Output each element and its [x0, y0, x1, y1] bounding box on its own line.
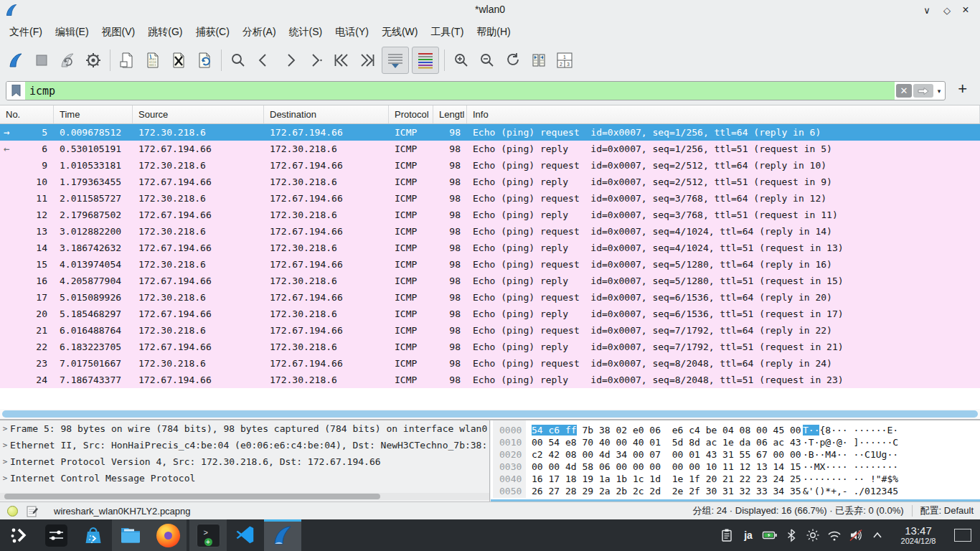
hex-row-0050[interactable]: 005026 27 28 29 2a 2b 2c 2d 2e 2f 30 31 … — [491, 485, 980, 497]
filter-clear-icon[interactable]: ✕ — [896, 84, 912, 98]
expander-icon[interactable]: > — [0, 437, 10, 453]
column-header-protocol[interactable]: Protocol — [389, 105, 433, 123]
discover-store-button[interactable] — [75, 519, 112, 551]
column-header-no[interactable]: No. — [0, 105, 54, 123]
packet-row-9[interactable]: 91.010533181172.30.218.6172.67.194.66ICM… — [0, 157, 980, 174]
hex-ascii[interactable]: ········ ·· !"#$% — [803, 473, 898, 485]
menu-item-11[interactable]: 帮助(H) — [470, 23, 517, 42]
bluetooth-icon[interactable] — [781, 519, 802, 551]
packet-row-22[interactable]: 226.183223705172.67.194.66172.30.218.6IC… — [0, 339, 980, 355]
stop-capture-icon[interactable] — [30, 49, 53, 72]
go-to-packet-icon[interactable] — [304, 49, 327, 72]
hex-ascii[interactable]: &'()*+,- ./012345 — [803, 485, 898, 497]
hex-ascii[interactable]: ·T·p@·@· ]······C — [803, 436, 898, 448]
layout-chooser-icon[interactable]: 123 — [553, 49, 576, 72]
hex-dump-pane[interactable]: 000054 c6 ff 7b 38 02 e0 06 e6 c4 be 04 … — [491, 420, 980, 501]
detail-line-4[interactable]: >Internet Control Message Protocol — [0, 470, 489, 486]
menu-item-8[interactable]: 电话(Y) — [329, 23, 375, 42]
packet-list-hscrollbar[interactable] — [0, 409, 980, 419]
battery-icon[interactable] — [759, 519, 781, 551]
volume-muted-icon[interactable] — [845, 519, 867, 551]
display-filter-input[interactable]: icmp — [25, 82, 895, 100]
packet-row-11[interactable]: 112.011585727172.30.218.6172.67.194.66IC… — [0, 190, 980, 207]
packet-row-15[interactable]: 154.013974054172.30.218.6172.67.194.66IC… — [0, 256, 980, 273]
packet-row-21[interactable]: 216.016488764172.30.218.6172.67.194.66IC… — [0, 322, 980, 339]
expand-tray-icon[interactable] — [867, 519, 888, 551]
packet-row-5[interactable]: 5→0.009678512172.30.218.6172.67.194.66IC… — [0, 124, 980, 141]
filter-apply-icon[interactable] — [913, 84, 933, 98]
zoom-reset-icon[interactable] — [501, 49, 524, 72]
packet-row-17[interactable]: 175.015089926172.30.218.6172.67.194.66IC… — [0, 289, 980, 306]
brightness-icon[interactable] — [802, 519, 824, 551]
packet-row-12[interactable]: 122.179687502172.67.194.66172.30.218.6IC… — [0, 207, 980, 223]
menu-item-3[interactable]: 视图(V) — [95, 23, 142, 42]
menu-item-5[interactable]: 捕获(C) — [189, 23, 235, 42]
colorize-button[interactable] — [412, 47, 439, 74]
packet-row-20[interactable]: 205.185468297172.67.194.66172.30.218.6IC… — [0, 306, 980, 322]
detail-line-1[interactable]: >Frame 5: 98 bytes on wire (784 bits), 9… — [0, 420, 489, 437]
go-back-icon[interactable] — [253, 49, 275, 72]
hex-bytes[interactable]: 54 c6 ff 7b 38 02 e0 06 e6 c4 be 04 08 0… — [532, 424, 803, 436]
start-capture-icon[interactable] — [4, 49, 27, 72]
expander-icon[interactable]: > — [0, 453, 10, 470]
detail-line-3[interactable]: >Internet Protocol Version 4, Src: 172.3… — [0, 453, 489, 470]
hex-ascii[interactable]: ··MX···· ········ — [803, 461, 898, 473]
wireshark-task-button[interactable] — [264, 519, 301, 551]
menu-item-9[interactable]: 无线(W) — [375, 23, 425, 42]
hex-ascii[interactable]: ·B··M4·· ··C1Ug·· — [803, 448, 898, 461]
filter-dropdown-caret-icon[interactable]: ▾ — [933, 82, 945, 100]
go-forward-icon[interactable] — [278, 49, 301, 72]
packet-list-hscrollbar-thumb[interactable] — [2, 410, 978, 418]
menu-item-4[interactable]: 跳转(G) — [141, 23, 189, 42]
expander-icon[interactable]: > — [0, 420, 10, 437]
hex-bytes[interactable]: c2 42 08 00 4d 34 00 07 00 01 43 31 55 6… — [532, 448, 803, 461]
minimize-icon[interactable]: ∨ — [918, 2, 936, 18]
close-icon[interactable]: × — [957, 2, 974, 18]
capture-comment-icon[interactable] — [27, 505, 38, 517]
vscode-button[interactable] — [227, 519, 264, 551]
column-header-time[interactable]: Time — [54, 105, 133, 123]
packet-row-6[interactable]: 6←0.530105191172.67.194.66172.30.218.6IC… — [0, 141, 980, 157]
hex-bytes[interactable]: 00 54 e8 70 40 00 40 01 5d 8d ac 1e da 0… — [532, 436, 803, 448]
menu-item-6[interactable]: 分析(A) — [236, 23, 283, 42]
packet-row-23[interactable]: 237.017501667172.30.218.6172.67.194.66IC… — [0, 355, 980, 372]
packet-row-24[interactable]: 247.186743377172.67.194.66172.30.218.6IC… — [0, 372, 980, 388]
menu-item-2[interactable]: 编辑(E) — [49, 23, 95, 42]
hex-row-0030[interactable]: 003000 00 4d 58 06 00 00 00 00 00 10 11 … — [491, 461, 980, 473]
auto-scroll-button[interactable] — [382, 47, 409, 74]
zoom-out-icon[interactable] — [476, 49, 499, 72]
capture-options-icon[interactable] — [82, 49, 105, 72]
expert-info-icon[interactable] — [7, 506, 18, 517]
terminal-button[interactable]: >+ — [189, 519, 227, 551]
hex-row-0020[interactable]: 0020c2 42 08 00 4d 34 00 07 00 01 43 31 … — [491, 448, 980, 461]
clipboard-icon[interactable] — [716, 519, 738, 551]
hex-row-0010[interactable]: 001000 54 e8 70 40 00 40 01 5d 8d ac 1e … — [491, 436, 980, 448]
hex-row-0040[interactable]: 004016 17 18 19 1a 1b 1c 1d 1e 1f 20 21 … — [491, 473, 980, 485]
detail-line-2[interactable]: >Ethernet II, Src: HonHaiPrecis_c4:be:04… — [0, 437, 489, 453]
go-first-icon[interactable] — [330, 49, 353, 72]
file-manager-button[interactable] — [112, 519, 149, 551]
clock[interactable]: 13:47 2024/12/8 — [892, 525, 944, 546]
expander-icon[interactable]: > — [0, 470, 10, 486]
find-packet-icon[interactable] — [227, 49, 250, 72]
app-launcher-button[interactable] — [0, 519, 37, 551]
menu-item-7[interactable]: 统计(S) — [283, 23, 329, 42]
packet-row-10[interactable]: 101.179363455172.67.194.66172.30.218.6IC… — [0, 174, 980, 190]
zoom-in-icon[interactable] — [450, 49, 473, 72]
restart-capture-icon[interactable] — [56, 49, 79, 72]
hex-row-0000[interactable]: 000054 c6 ff 7b 38 02 e0 06 e6 c4 be 04 … — [491, 424, 980, 436]
column-header-lengtl[interactable]: Lengtl — [433, 105, 467, 123]
input-method-indicator[interactable]: ja — [738, 519, 759, 551]
maximize-icon[interactable]: ◇ — [938, 2, 956, 18]
go-last-icon[interactable] — [356, 49, 379, 72]
firefox-button[interactable] — [149, 519, 187, 551]
wifi-icon[interactable] — [824, 519, 845, 551]
details-hscrollbar[interactable] — [0, 493, 490, 500]
reload-file-icon[interactable] — [193, 49, 216, 72]
details-hscrollbar-thumb[interactable] — [4, 494, 380, 499]
filter-add-button[interactable]: + — [958, 80, 967, 98]
show-desktop-button[interactable] — [954, 529, 971, 542]
menu-item-1[interactable]: 文件(F) — [3, 23, 49, 42]
close-file-icon[interactable] — [167, 49, 190, 72]
column-header-destination[interactable]: Destination — [264, 105, 389, 123]
